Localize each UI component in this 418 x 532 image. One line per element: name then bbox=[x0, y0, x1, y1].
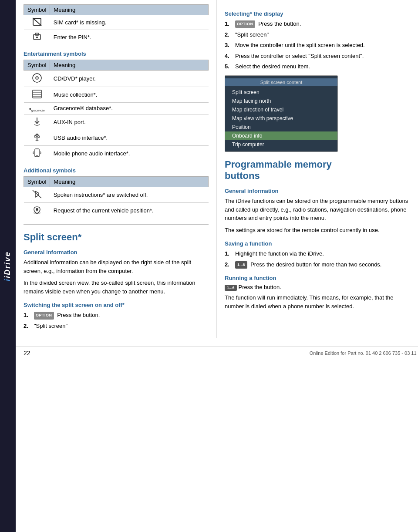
voice-off-text: Spoken instructions* are switched off. bbox=[50, 187, 209, 202]
table-row: Enter the PIN*. bbox=[24, 30, 209, 45]
running-text1: Press the button. bbox=[239, 284, 281, 290]
gracenote-icon: ●gracenote bbox=[24, 103, 50, 114]
running-text2: The function will run immediately. This … bbox=[225, 293, 410, 310]
list-item: 1. OPTION Press the button. bbox=[24, 311, 209, 320]
aux-in-text: AUX-IN port. bbox=[50, 114, 209, 130]
col-meaning-header: Meaning bbox=[50, 5, 209, 15]
left-column: Symbol Meaning SIM card* is missing. bbox=[16, 0, 217, 338]
svg-point-17 bbox=[38, 136, 40, 138]
usb-text: USB audio interface*. bbox=[50, 130, 209, 145]
running-function-block: 1...6 Press the button. bbox=[225, 284, 410, 291]
running-function-heading: Running a function bbox=[225, 275, 410, 281]
ent-col-symbol: Symbol bbox=[24, 60, 50, 71]
split-screen-menu-item[interactable]: Onboard info bbox=[225, 131, 337, 140]
step-number: 5. bbox=[225, 62, 233, 71]
table-row: Spoken instructions* are switched off. bbox=[24, 187, 209, 202]
split-general-info-text2: In the divided screen view, the so-calle… bbox=[24, 279, 209, 296]
split-screen-menu-item[interactable]: Position bbox=[225, 123, 337, 131]
split-screen-menu-item[interactable]: Map direction of travel bbox=[225, 105, 337, 114]
cd-dvd-icon bbox=[24, 71, 50, 87]
step-number: 1. bbox=[225, 20, 233, 28]
split-screen-menu-item[interactable]: Split screen bbox=[225, 88, 337, 97]
saving-function-heading: Saving a function bbox=[225, 240, 410, 247]
page-footer: 22 Online Edition for Part no. 01 40 2 6… bbox=[16, 347, 418, 359]
table-row: AUX-IN port. bbox=[24, 114, 209, 130]
mobile-audio-text: Mobile phone audio interface*. bbox=[50, 145, 209, 161]
selecting-display-heading: Selecting* the display bbox=[225, 10, 410, 17]
table-row: ●gracenote Gracenote® database*. bbox=[24, 103, 209, 114]
table-row: Mobile phone audio interface*. bbox=[24, 145, 209, 161]
list-item: 2. "Split screen" bbox=[225, 30, 410, 39]
step-number: 1. bbox=[24, 311, 32, 320]
split-screen-menu-item[interactable]: Trip computer bbox=[225, 140, 337, 149]
switching-heading: Switching the split screen on and off* bbox=[24, 302, 209, 308]
switching-steps-list: 1. OPTION Press the button. 2. "Split sc… bbox=[24, 311, 209, 330]
split-general-info-heading: General information bbox=[24, 249, 209, 256]
step-number: 2. bbox=[225, 30, 233, 39]
split-screen-menu-item[interactable]: Map facing north bbox=[225, 97, 337, 105]
memory-button-icon: 1...6 bbox=[235, 261, 247, 269]
step-content: Select the desired menu item. bbox=[235, 62, 410, 71]
step-number: 4. bbox=[225, 52, 233, 61]
prog-general-info-text2: The settings are stored for the remote c… bbox=[225, 226, 410, 235]
col-symbol-header: Symbol bbox=[24, 5, 50, 15]
usb-icon bbox=[24, 130, 50, 145]
list-item: 5. Select the desired menu item. bbox=[225, 62, 410, 71]
table-row: USB audio interface*. bbox=[24, 130, 209, 145]
list-item: 3. Move the controller until the split s… bbox=[225, 41, 410, 50]
prog-general-info-heading: General information bbox=[225, 188, 410, 194]
entertainment-table: Symbol Meaning CD/DVD* player. bbox=[24, 60, 209, 161]
step-number: 2. bbox=[225, 260, 233, 269]
pin-text: Enter the PIN*. bbox=[50, 30, 209, 45]
memory-button-running-icon: 1...6 bbox=[225, 285, 237, 291]
list-item: 1. Highlight the function via the iDrive… bbox=[225, 249, 410, 258]
sidebar-label: iiDrive bbox=[3, 251, 13, 281]
step-content: OPTION Press the button. bbox=[34, 311, 209, 320]
step-number: 3. bbox=[225, 41, 233, 50]
svg-line-20 bbox=[33, 190, 41, 198]
sim-pin-table: Symbol Meaning SIM card* is missing. bbox=[24, 4, 209, 44]
sidebar: iiDrive bbox=[0, 0, 16, 532]
step-content: OPTION Press the button. bbox=[235, 20, 410, 28]
saving-steps-list: 1. Highlight the function via the iDrive… bbox=[225, 249, 410, 269]
step-content: Move the controller until the split scre… bbox=[235, 41, 410, 50]
right-column: Selecting* the display 1. OPTION Press t… bbox=[217, 0, 418, 338]
list-item: 1. OPTION Press the button. bbox=[225, 20, 410, 28]
svg-line-1 bbox=[33, 18, 41, 26]
table-row: CD/DVD* player. bbox=[24, 71, 209, 87]
cd-dvd-text: CD/DVD* player. bbox=[50, 71, 209, 87]
sim-missing-text: SIM card* is missing. bbox=[50, 15, 209, 30]
table-row: SIM card* is missing. bbox=[24, 15, 209, 30]
main-content: Symbol Meaning SIM card* is missing. bbox=[16, 0, 418, 338]
split-general-info-text1: Additional information can be displayed … bbox=[24, 258, 209, 275]
svg-point-4 bbox=[36, 37, 38, 38]
split-screen-content-box: Split screen content Split screen Map fa… bbox=[225, 75, 338, 152]
step-number: 2. bbox=[24, 322, 32, 330]
option-button-icon: OPTION bbox=[34, 312, 54, 320]
svg-point-7 bbox=[37, 77, 37, 78]
split-screen-menu-item[interactable]: Map view with perspective bbox=[225, 114, 337, 123]
entertainment-heading: Entertainment symbols bbox=[24, 51, 209, 57]
step-number: 1. bbox=[225, 249, 233, 258]
list-item: 2. "Split screen" bbox=[24, 322, 209, 330]
music-collection-text: Music collection*. bbox=[50, 87, 209, 103]
additional-table: Symbol Meaning Spoken instructions* are … bbox=[24, 176, 209, 218]
split-screen-heading: Split screen* bbox=[24, 232, 209, 243]
programmable-heading: Programmable memory buttons bbox=[225, 159, 410, 182]
svg-point-22 bbox=[36, 208, 38, 211]
list-item: 4. Press the controller or select "Split… bbox=[225, 52, 410, 61]
option-button-icon: OPTION bbox=[235, 20, 255, 28]
mobile-audio-icon bbox=[24, 145, 50, 161]
divider bbox=[24, 224, 209, 225]
gracenote-text: Gracenote® database*. bbox=[50, 103, 209, 114]
add-col-meaning: Meaning bbox=[50, 176, 209, 187]
sim-missing-icon bbox=[24, 15, 50, 30]
vehicle-pos-icon bbox=[24, 202, 50, 218]
step-content: Highlight the function via the iDrive. bbox=[235, 249, 410, 258]
vehicle-pos-text: Request of the current vehicle position*… bbox=[50, 202, 209, 218]
ent-col-meaning: Meaning bbox=[50, 60, 209, 71]
selecting-steps-list: 1. OPTION Press the button. 2. "Split sc… bbox=[225, 20, 410, 71]
step-content: "Split screen" bbox=[34, 322, 209, 330]
svg-rect-16 bbox=[34, 136, 36, 137]
step-content: 1...6 Press the desired button for more … bbox=[235, 260, 410, 269]
